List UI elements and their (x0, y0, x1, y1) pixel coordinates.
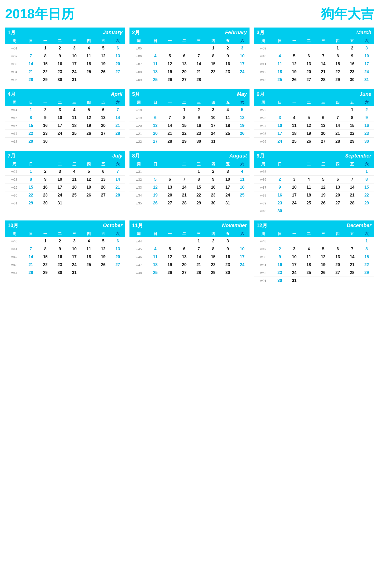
cal-cell (206, 76, 220, 84)
cal-cell: 13 (96, 176, 111, 184)
cal-cell: 27 (331, 269, 345, 277)
cal-table-9: 周日一二三四五六w351w362345678w379101112131415w3… (254, 161, 374, 215)
table-row: w1722232425262728 (5, 130, 125, 138)
table-row: w4030 (254, 207, 374, 215)
col-header-6: 五 (96, 230, 111, 237)
col-header-6: 五 (345, 161, 359, 168)
cal-cell: 26 (96, 68, 111, 76)
cal-cell (24, 44, 38, 52)
cal-cell: 6 (110, 237, 125, 245)
cal-cell: w22 (254, 106, 273, 114)
cal-cell: 8 (331, 52, 345, 60)
cal-cell: 16 (53, 253, 67, 261)
cal-cell (287, 207, 302, 215)
cal-cell: 20 (177, 68, 192, 76)
cal-cell: 6 (96, 106, 111, 114)
cal-cell: 10 (287, 184, 302, 191)
cal-cell: 27 (163, 199, 177, 207)
month-header-8: 8月August (129, 151, 249, 161)
table-row: w0645678910 (129, 52, 249, 60)
cal-cell: 17 (67, 60, 82, 68)
cal-cell: 1 (38, 237, 53, 245)
cal-cell: 31 (206, 138, 220, 146)
cal-cell: 3 (272, 114, 287, 122)
cal-cell: 13 (177, 253, 192, 261)
cal-cell (110, 138, 125, 146)
cal-cell: 22 (38, 68, 53, 76)
table-row: w09123 (254, 44, 374, 52)
cal-cell: 21 (163, 130, 177, 138)
cal-cell: 9 (191, 114, 206, 122)
cal-cell: w48 (129, 269, 148, 277)
cal-cell: 27 (177, 269, 192, 277)
title-left: 2018年日历 (5, 5, 74, 23)
cal-cell: 9 (359, 114, 374, 122)
cal-cell: 2 (359, 106, 374, 114)
table-row: w1111121314151617 (254, 60, 374, 68)
cal-cell (316, 207, 331, 215)
cal-cell: w28 (5, 176, 24, 184)
col-header-6: 五 (345, 99, 359, 106)
month-en-3: March (356, 30, 371, 35)
col-header-1: 日 (148, 37, 163, 44)
cal-cell (110, 76, 125, 84)
table-row: w0314151617181920 (5, 60, 125, 68)
cal-cell (302, 207, 316, 215)
cal-cell: w26 (254, 138, 273, 146)
cal-cell: 24 (235, 68, 250, 76)
cal-cell: 19 (287, 68, 302, 76)
cal-cell: 16 (220, 60, 235, 68)
cal-cell: 8 (38, 245, 53, 253)
cal-cell (331, 237, 345, 245)
cal-cell: 4 (82, 44, 96, 52)
cal-cell: 22 (38, 261, 53, 269)
cal-cell (345, 207, 359, 215)
cal-cell: 29 (359, 269, 374, 277)
table-row: w362345678 (254, 176, 374, 184)
table-row: w3923242526272829 (254, 199, 374, 207)
cal-cell: 21 (331, 130, 345, 138)
col-header-3: 二 (177, 230, 192, 237)
cal-cell: 13 (177, 60, 192, 68)
cal-cell: 22 (345, 130, 359, 138)
cal-cell: 11 (235, 176, 250, 184)
cal-cell (67, 199, 82, 207)
table-row: w481 (254, 237, 374, 245)
col-header-4: 三 (67, 161, 82, 168)
cal-cell: 12 (316, 253, 331, 261)
month-header-10: 10月October (5, 220, 125, 230)
cal-cell: 12 (96, 52, 111, 60)
cal-cell: 26 (96, 261, 111, 269)
cal-cell: 25 (67, 130, 82, 138)
cal-cell: 5 (148, 176, 163, 184)
cal-cell (302, 168, 316, 176)
cal-cell: 26 (82, 191, 96, 199)
table-row: w271234567 (5, 168, 125, 176)
cal-cell: 2 (206, 237, 220, 245)
col-header-7: 六 (235, 161, 250, 168)
cal-cell (331, 277, 345, 285)
cal-cell: w31 (5, 199, 24, 207)
cal-cell: 27 (316, 138, 331, 146)
cal-cell: w42 (5, 253, 24, 261)
col-header-7: 六 (359, 37, 374, 44)
month-block-8: 8月August周日一二三四五六w311234w32567891011w3312… (129, 151, 249, 215)
cal-cell: 20 (316, 130, 331, 138)
month-block-7: 7月July周日一二三四五六w271234567w28891011121314w… (5, 151, 125, 215)
col-header-4: 三 (191, 99, 206, 106)
cal-cell: 11 (148, 60, 163, 68)
cal-cell: 10 (235, 245, 250, 253)
cal-cell: 20 (96, 184, 111, 191)
cal-cell: 7 (110, 168, 125, 176)
cal-cell (287, 44, 302, 52)
cal-cell: 14 (110, 176, 125, 184)
col-header-4: 三 (191, 230, 206, 237)
cal-cell: w39 (254, 199, 273, 207)
table-row: w492345678 (254, 245, 374, 253)
table-row: w0925262728 (129, 76, 249, 84)
cal-cell: w47 (129, 261, 148, 269)
cal-cell: 15 (191, 184, 206, 191)
cal-cell: w01 (5, 44, 24, 52)
cal-cell: 14 (345, 253, 359, 261)
col-header-0: 周 (5, 37, 24, 44)
